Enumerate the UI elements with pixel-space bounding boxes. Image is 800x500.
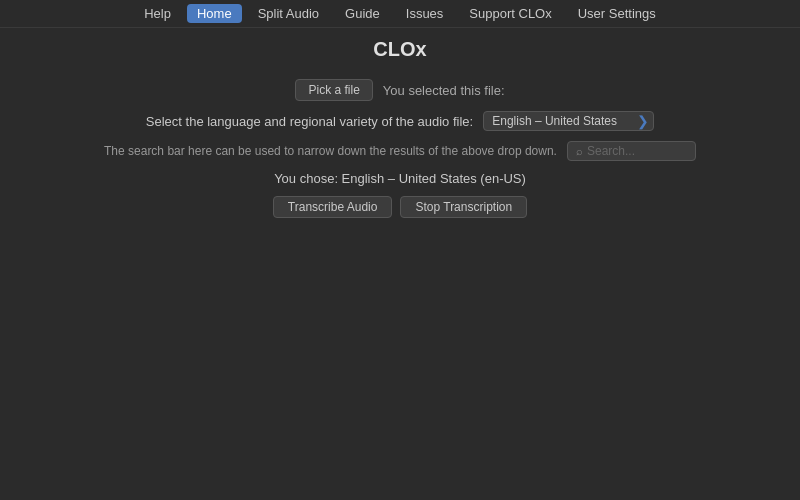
language-select[interactable]: English – United States English – United…: [483, 111, 654, 131]
menu-item-home[interactable]: Home: [187, 4, 242, 23]
action-row: Transcribe Audio Stop Transcription: [273, 196, 527, 218]
stop-transcription-button[interactable]: Stop Transcription: [400, 196, 527, 218]
content-area: Pick a file You selected this file: Sele…: [0, 71, 800, 218]
search-input[interactable]: [587, 144, 687, 158]
pick-file-button[interactable]: Pick a file: [295, 79, 372, 101]
language-select-wrapper: English – United States English – United…: [483, 111, 654, 131]
app-title: CLOx: [0, 38, 800, 61]
transcribe-audio-button[interactable]: Transcribe Audio: [273, 196, 393, 218]
file-selected-label: You selected this file:: [383, 83, 505, 98]
search-icon: ⌕: [576, 145, 583, 157]
menu-item-issues[interactable]: Issues: [396, 4, 454, 23]
menu-item-guide[interactable]: Guide: [335, 4, 390, 23]
search-box: ⌕: [567, 141, 696, 161]
menu-item-help[interactable]: Help: [134, 4, 181, 23]
chose-row: You chose: English – United States (en-U…: [274, 171, 526, 186]
file-row: Pick a file You selected this file:: [295, 79, 504, 101]
menu-item-support[interactable]: Support CLOx: [459, 4, 561, 23]
search-hint-text: The search bar here can be used to narro…: [104, 144, 557, 158]
language-row: Select the language and regional variety…: [146, 111, 654, 131]
language-label: Select the language and regional variety…: [146, 114, 473, 129]
menu-item-user-settings[interactable]: User Settings: [568, 4, 666, 23]
hint-row: The search bar here can be used to narro…: [104, 141, 696, 161]
menu-bar: Help Home Split Audio Guide Issues Suppo…: [0, 0, 800, 28]
menu-item-split-audio[interactable]: Split Audio: [248, 4, 329, 23]
